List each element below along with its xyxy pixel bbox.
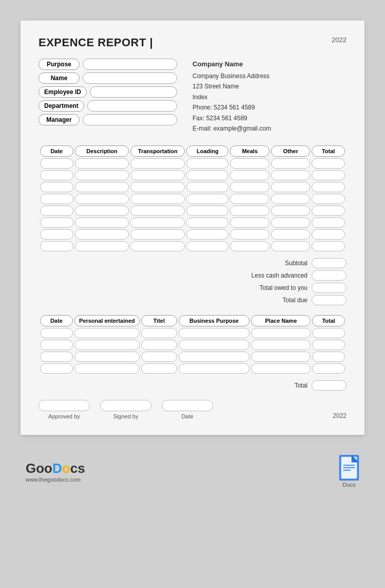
main-table-cell[interactable]: [312, 206, 345, 216]
main-table-cell[interactable]: [186, 170, 228, 180]
name-input[interactable]: [83, 72, 177, 84]
date-box[interactable]: [162, 400, 213, 411]
ent-total-box[interactable]: [312, 380, 346, 391]
manager-input[interactable]: [83, 114, 177, 125]
main-table-cell[interactable]: [271, 206, 310, 216]
main-table-cell[interactable]: [40, 170, 73, 180]
main-table-cell[interactable]: [130, 241, 185, 251]
ent-table-cell[interactable]: [40, 328, 73, 338]
main-table-cell[interactable]: [271, 158, 310, 169]
main-table-cell[interactable]: [130, 170, 185, 180]
ent-table-cell[interactable]: [74, 328, 140, 338]
ent-table-cell[interactable]: [312, 328, 345, 338]
purpose-input[interactable]: [83, 59, 177, 70]
main-table-cell[interactable]: [186, 182, 228, 192]
main-table-cell[interactable]: [130, 182, 185, 192]
main-table-cell[interactable]: [230, 241, 269, 251]
main-table-cell[interactable]: [312, 182, 345, 192]
ent-table-cell[interactable]: [251, 352, 311, 362]
main-table-cell[interactable]: [230, 158, 269, 169]
ent-table-cell[interactable]: [40, 363, 73, 374]
main-table-cell[interactable]: [312, 194, 345, 204]
main-table-cell[interactable]: [271, 182, 310, 192]
main-table-cell[interactable]: [75, 217, 129, 228]
main-table-cell[interactable]: [75, 182, 129, 192]
ent-table-cell[interactable]: [179, 340, 250, 350]
main-table-cell[interactable]: [312, 217, 345, 228]
main-table-cell[interactable]: [230, 206, 269, 216]
main-table-cell[interactable]: [186, 194, 228, 204]
main-table-cell[interactable]: [312, 241, 345, 251]
main-table-cell[interactable]: [271, 229, 310, 240]
main-table-cell[interactable]: [75, 206, 129, 216]
main-table-cell[interactable]: [230, 182, 269, 192]
signed-by-label: Signed by: [113, 413, 139, 419]
main-table-cell[interactable]: [312, 158, 345, 169]
main-table-cell[interactable]: [130, 206, 185, 216]
less-cash-label: Less cash advanced: [252, 272, 307, 279]
total-owed-box[interactable]: [312, 283, 346, 293]
ent-table-cell[interactable]: [179, 352, 250, 362]
col-header-loading: Loading: [186, 145, 228, 157]
main-table-cell[interactable]: [130, 194, 185, 204]
main-table-cell[interactable]: [230, 194, 269, 204]
ent-table-cell[interactable]: [141, 340, 177, 350]
ent-table-cell[interactable]: [312, 363, 345, 374]
ent-table-cell[interactable]: [141, 363, 177, 374]
ent-table-cell[interactable]: [74, 352, 140, 362]
total-due-box[interactable]: [312, 295, 346, 305]
signed-by-box[interactable]: [100, 400, 151, 411]
approved-by-group: Approved by: [38, 400, 90, 419]
less-cash-box[interactable]: [312, 270, 346, 281]
ent-table-cell[interactable]: [40, 340, 73, 350]
main-table-cell[interactable]: [186, 229, 228, 240]
main-table-cell[interactable]: [271, 170, 310, 180]
main-table-cell[interactable]: [40, 182, 73, 192]
ent-table-cell[interactable]: [251, 363, 311, 374]
main-table-cell[interactable]: [40, 158, 73, 169]
main-table-cell[interactable]: [186, 241, 228, 251]
ent-table-cell[interactable]: [141, 352, 177, 362]
ent-col-date: Date: [40, 315, 73, 326]
main-table-cell[interactable]: [130, 229, 185, 240]
ent-table-cell[interactable]: [74, 363, 140, 374]
main-table-cell[interactable]: [230, 170, 269, 180]
ent-table-cell[interactable]: [312, 352, 345, 362]
main-table-cell[interactable]: [312, 170, 345, 180]
subtotal-label: Subtotal: [285, 260, 307, 267]
main-table-cell[interactable]: [130, 217, 185, 228]
main-table-cell[interactable]: [186, 206, 228, 216]
main-table-cell[interactable]: [75, 229, 129, 240]
main-table-cell[interactable]: [40, 229, 73, 240]
main-table-cell[interactable]: [40, 194, 73, 204]
main-table-cell[interactable]: [75, 194, 129, 204]
main-table-cell[interactable]: [271, 194, 310, 204]
main-table-cell[interactable]: [271, 217, 310, 228]
ent-table-cell[interactable]: [251, 340, 311, 350]
main-table-cell[interactable]: [312, 229, 345, 240]
main-table-cell[interactable]: [40, 217, 73, 228]
main-table-cell[interactable]: [230, 229, 269, 240]
main-table-cell[interactable]: [271, 241, 310, 251]
main-table-cell[interactable]: [186, 217, 228, 228]
main-table-cell[interactable]: [130, 158, 185, 169]
main-table-cell[interactable]: [40, 241, 73, 251]
ent-table-cell[interactable]: [141, 328, 177, 338]
ent-table-cell[interactable]: [179, 363, 250, 374]
main-table-cell[interactable]: [75, 170, 129, 180]
subtotal-box[interactable]: [312, 258, 346, 268]
approved-by-box[interactable]: [38, 400, 90, 411]
date-label: Date: [181, 413, 193, 419]
department-input[interactable]: [87, 100, 177, 112]
ent-table-cell[interactable]: [74, 340, 140, 350]
employee-id-input[interactable]: [90, 86, 177, 98]
main-table-cell[interactable]: [75, 158, 129, 169]
main-table-cell[interactable]: [230, 217, 269, 228]
main-table-cell[interactable]: [186, 158, 228, 169]
ent-table-cell[interactable]: [40, 352, 73, 362]
ent-table-cell[interactable]: [179, 328, 250, 338]
main-table-cell[interactable]: [40, 206, 73, 216]
ent-table-cell[interactable]: [312, 340, 345, 350]
ent-table-cell[interactable]: [251, 328, 311, 338]
main-table-cell[interactable]: [75, 241, 129, 251]
